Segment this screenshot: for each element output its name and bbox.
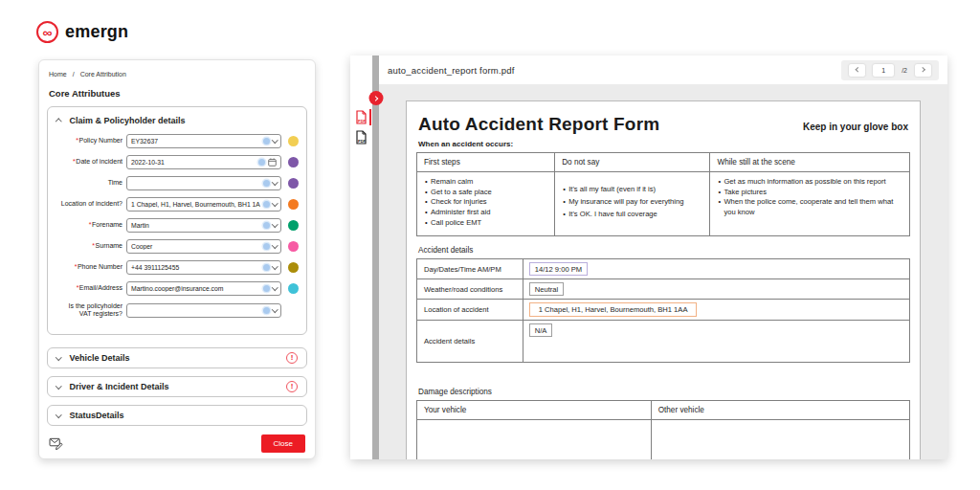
phone-number-input[interactable]: +44 3911125455	[126, 260, 281, 275]
brand-logo: ∞ emergn	[36, 21, 128, 43]
advice-do-not-say-cell: It's all my fault (even if it is) My ins…	[555, 172, 710, 236]
breadcrumb-core-attribution[interactable]: Core Attribution	[80, 71, 126, 78]
detail-label: Day/Dates/Time AM/PM	[417, 259, 523, 279]
chevron-down-icon[interactable]	[272, 200, 278, 206]
date-of-incident-input[interactable]: 2022-10-31	[126, 155, 281, 169]
pdf-page: Auto Accident Report Form Keep in your g…	[406, 100, 921, 459]
policy-number-input[interactable]: EY32637	[126, 134, 281, 148]
damage-descriptions-heading: Damage descriptions	[418, 388, 908, 396]
claim-policyholder-section: Claim & Policyholder details Policy Numb…	[47, 106, 307, 335]
status-dot	[288, 241, 299, 252]
vat-registered-label: Is the policyholder VAT registers?	[56, 302, 122, 319]
advice-table: First steps Do not say While still at th…	[416, 152, 910, 236]
close-button[interactable]: Close	[261, 434, 305, 453]
driver-incident-details-title: Driver & Incident Details	[70, 382, 169, 391]
vehicle-details-section[interactable]: Vehicle Details !	[47, 347, 307, 368]
detail-value-cell: Neutral	[523, 279, 909, 300]
damage-descriptions-table: Your vehicle Other vehicle	[416, 400, 910, 459]
pdf-file-rail: PDF PDF	[350, 56, 372, 459]
detail-value-cell: 14/12 9:00 PM	[523, 259, 909, 279]
chevron-down-icon[interactable]	[272, 242, 278, 248]
chevron-down-icon	[56, 354, 61, 360]
email-edit-icon[interactable]	[49, 436, 64, 450]
chevron-left-icon	[856, 68, 860, 73]
brand-name: emergn	[65, 22, 128, 42]
field-surname: Surname Cooper	[56, 239, 299, 254]
pdf-subtitle: Keep in your glove box	[803, 122, 908, 132]
pdf-viewer-panel: PDF PDF auto_accident_report form.pdf	[350, 56, 947, 459]
chevron-down-icon[interactable]	[272, 284, 278, 290]
advice-item: It's OK. I have full coverage	[562, 210, 702, 220]
core-attributes-panel: Home / Core Attribution Core Attributues…	[38, 59, 316, 459]
viewer-header: auto_accident_report form.pdf 1 /2	[379, 56, 947, 84]
autofill-dot-icon	[263, 307, 270, 314]
chevron-down-icon[interactable]	[272, 221, 278, 227]
emergn-logo-icon: ∞	[36, 21, 58, 43]
advice-at-scene-cell: Get as much information as possible on t…	[710, 172, 910, 236]
autofill-dot-icon	[263, 243, 270, 250]
prev-page-button[interactable]	[849, 64, 865, 77]
accident-details-heading: Accident details	[418, 246, 908, 255]
advice-item: My insurance will pay for everything	[562, 197, 702, 208]
field-phone-number: Phone Number +44 3911125455	[56, 260, 299, 275]
chevron-right-icon	[920, 68, 924, 73]
advice-item: Get to a safe place	[424, 188, 547, 198]
status-details-section[interactable]: StatusDetails	[47, 405, 307, 426]
viewer-body[interactable]: Auto Accident Report Form Keep in your g…	[379, 84, 947, 459]
detail-value-highlight: 1 Chapel, H1, Harvel, Bournemouth, BH1 1…	[529, 302, 698, 317]
chevron-down-icon[interactable]	[272, 263, 278, 269]
damage-col-header: Other vehicle	[651, 401, 909, 420]
advice-item: Administer first aid	[424, 208, 547, 218]
autofill-dot-icon	[263, 222, 270, 229]
driver-incident-details-section[interactable]: Driver & Incident Details !	[47, 376, 307, 397]
autofill-dot-icon	[263, 201, 270, 208]
surname-input[interactable]: Cooper	[126, 239, 281, 254]
chevron-down-icon[interactable]	[272, 306, 278, 312]
error-icon: !	[286, 352, 298, 364]
field-date-of-incident: Date of incident 2022-10-31	[56, 155, 299, 169]
chevron-down-icon[interactable]	[272, 137, 278, 143]
detail-label: Location of accident	[417, 300, 523, 321]
claim-section-header[interactable]: Claim & Policyholder details	[54, 112, 301, 134]
field-location-of-incident: Location of incident? 1 Chapel, H1, Harv…	[56, 197, 299, 212]
damage-col-header: Your vehicle	[417, 401, 652, 420]
status-dot	[288, 178, 299, 189]
panel-divider[interactable]	[372, 56, 379, 459]
forename-label: Forename	[56, 221, 122, 229]
pdf-file-icon-selected[interactable]: PDF	[355, 110, 368, 124]
vat-registered-input[interactable]	[126, 303, 281, 318]
chevron-down-icon[interactable]	[272, 179, 278, 185]
field-email-address: Email/Address Martino.cooper@insurance.c…	[56, 281, 299, 296]
breadcrumb-home[interactable]: Home	[49, 71, 67, 78]
pdf-file-icon[interactable]: PDF	[355, 130, 368, 145]
field-vat-registered: Is the policyholder VAT registers?	[56, 302, 299, 319]
advice-item: When the police come, cooperate and tell…	[717, 197, 902, 217]
advice-col-header: While still at the scene	[710, 153, 910, 172]
autofill-dot-icon	[258, 159, 265, 166]
field-policy-number: Policy Number EY32637	[56, 134, 299, 148]
time-input[interactable]	[126, 176, 281, 190]
field-forename: Forename Martin	[56, 218, 299, 233]
autofill-dot-icon	[263, 264, 270, 271]
detail-value-highlight: N/A	[529, 323, 553, 337]
calendar-icon[interactable]	[268, 158, 277, 167]
claim-section-title: Claim & Policyholder details	[70, 116, 186, 125]
email-address-input[interactable]: Martino.cooper@insurance.com	[126, 281, 281, 296]
collapse-toggle-button[interactable]	[368, 91, 383, 105]
current-page-input[interactable]: 1	[873, 64, 894, 77]
advice-item: Take pictures	[717, 188, 902, 198]
status-dot	[288, 220, 299, 231]
breadcrumb: Home / Core Attribution	[47, 69, 307, 78]
advice-item: Get as much information as possible on t…	[717, 177, 902, 188]
status-dot	[288, 157, 299, 167]
advice-item: Call police EMT	[424, 218, 547, 229]
location-of-incident-input[interactable]: 1 Chapel, H1, Harvel, Bournemouth, BH1 1…	[126, 197, 281, 212]
total-pages-label: /2	[902, 67, 907, 74]
autofill-dot-icon	[263, 138, 270, 145]
detail-value-cell: N/A	[523, 321, 909, 363]
next-page-button[interactable]	[915, 64, 931, 77]
detail-value-cell: 1 Chapel, H1, Harvel, Bournemouth, BH1 1…	[523, 300, 909, 321]
damage-other-vehicle-cell	[651, 420, 909, 459]
pdf-intro: When an accident occurs:	[418, 140, 908, 148]
forename-input[interactable]: Martin	[126, 218, 281, 233]
